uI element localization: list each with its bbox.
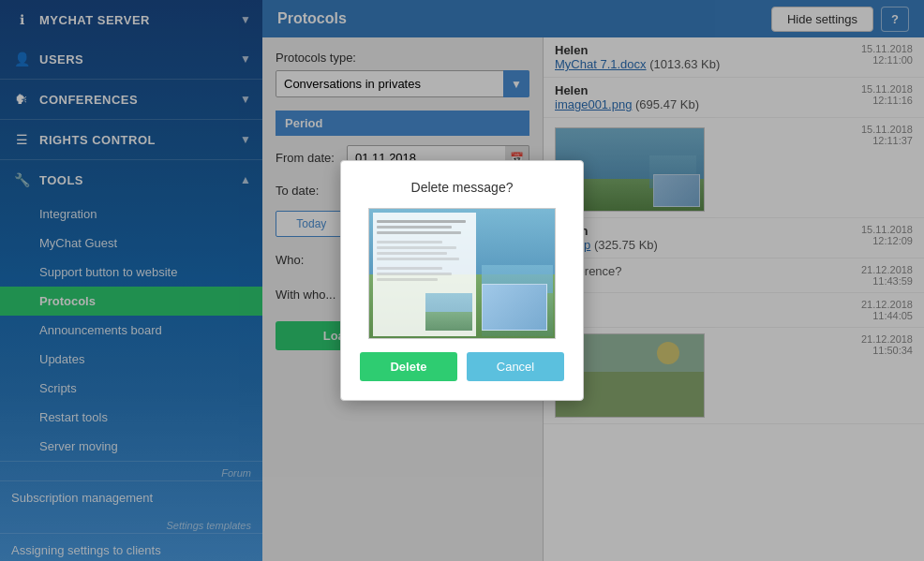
modal-buttons: Delete Cancel: [360, 352, 564, 381]
svg-rect-20: [425, 312, 472, 331]
modal-title: Delete message?: [411, 180, 514, 195]
svg-rect-14: [377, 252, 447, 255]
modal-delete-button[interactable]: Delete: [360, 352, 457, 381]
modal-image-preview: [368, 208, 556, 339]
svg-rect-17: [377, 273, 452, 275]
modal-cancel-button[interactable]: Cancel: [467, 352, 564, 381]
svg-rect-16: [377, 267, 442, 270]
svg-rect-18: [377, 278, 438, 281]
modal-image-inner: [482, 284, 547, 331]
svg-rect-11: [377, 231, 461, 234]
svg-rect-12: [377, 241, 442, 244]
svg-rect-15: [377, 258, 459, 260]
svg-rect-9: [377, 220, 466, 223]
svg-rect-13: [377, 246, 456, 249]
delete-message-modal: Delete message?: [340, 160, 584, 401]
svg-rect-10: [377, 226, 452, 229]
modal-overlay[interactable]: Delete message?: [0, 0, 924, 561]
